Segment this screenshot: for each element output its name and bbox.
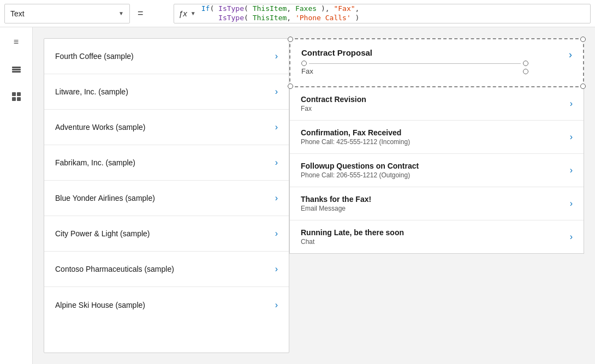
main-area: ≡ Fourth Coffee (sample) › bbox=[0, 27, 595, 364]
detail-row-subtitle: Phone Call: 206-555-1212 (Outgoing) bbox=[301, 171, 419, 179]
right-panel: Contract Proposal Fax › bbox=[289, 38, 584, 353]
corner-handle-br[interactable] bbox=[580, 83, 586, 89]
detail-row[interactable]: Thanks for the Fax! Email Message › bbox=[290, 187, 584, 220]
svg-rect-2 bbox=[12, 71, 21, 73]
fx-symbol: ƒx bbox=[178, 9, 187, 18]
detail-row-content: Thanks for the Fax! Email Message bbox=[301, 195, 371, 212]
layers-icon[interactable] bbox=[8, 61, 25, 77]
detail-row-content: Contract Revision Fax bbox=[301, 95, 366, 112]
detail-row-subtitle: Fax bbox=[301, 105, 366, 112]
list-item-label: Litware, Inc. (sample) bbox=[55, 87, 128, 96]
list-item-chevron: › bbox=[275, 229, 278, 238]
list-item-label: City Power & Light (sample) bbox=[55, 229, 150, 238]
list-item-chevron: › bbox=[275, 51, 278, 61]
property-selector-label: Text bbox=[10, 9, 114, 18]
detail-row-chevron: › bbox=[570, 199, 573, 208]
list-item-chevron: › bbox=[275, 122, 278, 132]
detail-row-subtitle: Chat bbox=[301, 238, 404, 246]
list-item[interactable]: Alpine Ski House (sample) › bbox=[44, 287, 289, 323]
formula-code: If( IsType( ThisItem, Faxes ), "Fax", Is… bbox=[201, 4, 360, 23]
svg-rect-3 bbox=[12, 92, 16, 96]
detail-row-content: Running Late, be there soon Chat bbox=[301, 228, 404, 246]
formula-bar-left: Text ▼ = bbox=[4, 4, 174, 23]
top-bar: Text ▼ = ƒx ▼ If( IsType( ThisItem, Faxe… bbox=[0, 0, 595, 27]
detail-row-title: Followup Questions on Contract bbox=[301, 162, 419, 170]
equals-sign: = bbox=[134, 8, 147, 19]
selected-item-subtitle: Fax bbox=[301, 67, 313, 75]
corner-handle-bl[interactable] bbox=[288, 83, 293, 89]
detail-row[interactable]: Confirmation, Fax Received Phone Call: 4… bbox=[290, 121, 584, 154]
detail-row-chevron: › bbox=[570, 99, 573, 109]
resize-handle-left[interactable] bbox=[301, 61, 307, 66]
hamburger-menu-icon[interactable]: ≡ bbox=[8, 34, 25, 50]
list-item[interactable]: Litware, Inc. (sample) › bbox=[44, 74, 289, 110]
list-item-chevron: › bbox=[275, 193, 278, 203]
detail-row-content: Followup Questions on Contract Phone Cal… bbox=[301, 162, 419, 179]
list-item-chevron: › bbox=[275, 264, 278, 274]
list-item[interactable]: Contoso Pharmaceuticals (sample) › bbox=[44, 252, 289, 287]
detail-row-subtitle: Email Message bbox=[301, 205, 371, 212]
detail-row-title: Confirmation, Fax Received bbox=[301, 128, 410, 137]
selected-item-title: Contract Proposal bbox=[301, 48, 528, 57]
resize-handle-right2[interactable] bbox=[523, 69, 528, 74]
list-item-chevron: › bbox=[275, 158, 278, 168]
detail-row-subtitle: Phone Call: 425-555-1212 (Incoming) bbox=[301, 138, 410, 146]
property-selector-chevron: ▼ bbox=[118, 10, 124, 16]
list-item-label: Adventure Works (sample) bbox=[55, 123, 145, 132]
detail-row-title: Thanks for the Fax! bbox=[301, 195, 371, 204]
formula-bar[interactable]: ƒx ▼ If( IsType( ThisItem, Faxes ), "Fax… bbox=[174, 4, 591, 23]
list-item-label: Fabrikam, Inc. (sample) bbox=[55, 158, 135, 167]
list-item-label: Fourth Coffee (sample) bbox=[55, 52, 134, 61]
detail-row-content: Confirmation, Fax Received Phone Call: 4… bbox=[301, 128, 410, 146]
svg-rect-0 bbox=[12, 67, 21, 68]
grid-icon[interactable] bbox=[8, 88, 25, 105]
list-item-chevron: › bbox=[275, 300, 278, 310]
svg-rect-6 bbox=[17, 97, 21, 101]
list-item-chevron: › bbox=[275, 87, 278, 97]
svg-rect-1 bbox=[12, 69, 21, 70]
detail-row[interactable]: Contract Revision Fax › bbox=[290, 87, 584, 121]
detail-row-chevron: › bbox=[570, 165, 573, 175]
list-item-label: Alpine Ski House (sample) bbox=[55, 301, 145, 309]
svg-rect-4 bbox=[17, 92, 21, 96]
fx-chevron-icon: ▼ bbox=[191, 10, 196, 16]
list-item-label: Blue Yonder Airlines (sample) bbox=[55, 194, 155, 202]
detail-row-title: Contract Revision bbox=[301, 95, 366, 104]
detail-row-title: Running Late, be there soon bbox=[301, 228, 404, 237]
corner-handle-tr[interactable] bbox=[580, 37, 586, 42]
selected-item-chevron[interactable]: › bbox=[569, 49, 572, 61]
corner-handle-tl[interactable] bbox=[288, 37, 293, 42]
list-item[interactable]: Adventure Works (sample) › bbox=[44, 110, 289, 145]
detail-row[interactable]: Followup Questions on Contract Phone Cal… bbox=[290, 154, 584, 187]
sidebar: ≡ bbox=[0, 27, 33, 364]
detail-list: Contract Revision Fax › Confirmation, Fa… bbox=[289, 87, 584, 254]
list-item[interactable]: Blue Yonder Airlines (sample) › bbox=[44, 181, 289, 216]
detail-row-chevron: › bbox=[570, 132, 573, 142]
left-panel: Fourth Coffee (sample) › Litware, Inc. (… bbox=[44, 38, 289, 353]
svg-rect-5 bbox=[12, 97, 16, 101]
list-item[interactable]: Fabrikam, Inc. (sample) › bbox=[44, 145, 289, 181]
list-item[interactable]: City Power & Light (sample) › bbox=[44, 216, 289, 252]
content-area: Fourth Coffee (sample) › Litware, Inc. (… bbox=[33, 27, 595, 364]
detail-row-chevron: › bbox=[570, 232, 573, 242]
line-handle bbox=[309, 63, 521, 64]
list-item[interactable]: Fourth Coffee (sample) › bbox=[44, 39, 289, 74]
detail-row[interactable]: Running Late, be there soon Chat › bbox=[290, 220, 584, 253]
resize-handle-right[interactable] bbox=[523, 61, 528, 66]
property-selector[interactable]: Text ▼ bbox=[4, 4, 130, 23]
list-item-label: Contoso Pharmaceuticals (sample) bbox=[55, 265, 174, 273]
selected-detail-card[interactable]: Contract Proposal Fax › bbox=[289, 38, 584, 87]
